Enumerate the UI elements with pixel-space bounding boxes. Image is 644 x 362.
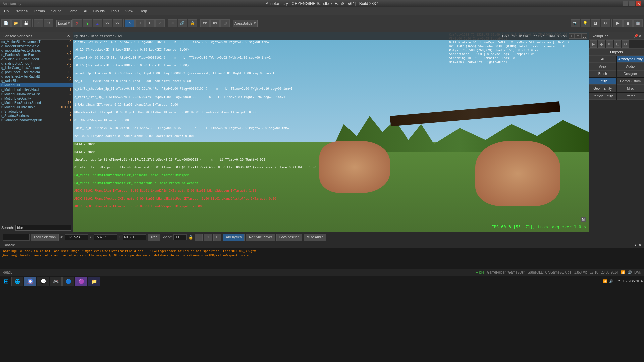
menu-clouds[interactable]: Clouds: [91, 8, 107, 14]
mute-audio-button[interactable]: Mute Audio: [304, 234, 326, 241]
obj-btn-ai[interactable]: AI: [589, 56, 616, 63]
cv-item[interactable]: g_radarBlur0: [0, 79, 73, 83]
toolbar-camera[interactable]: 📷: [571, 19, 580, 27]
taskbar-unknown3[interactable]: 📁: [88, 277, 100, 286]
cv-item[interactable]: g_postEffect.FilterRadialB0.5: [0, 74, 73, 79]
toolbar-open[interactable]: 📂: [11, 19, 21, 27]
lock-selection-button[interactable]: Lock Selection: [31, 234, 59, 241]
rollup-tab-settings[interactable]: ⚙: [622, 40, 629, 48]
toolbar-lock[interactable]: 🔒: [188, 19, 197, 27]
cv-item[interactable]: e_ParticlesMotionBlur0.2: [0, 53, 73, 57]
toolbar-redo[interactable]: ↪: [44, 19, 53, 27]
toolbar-light[interactable]: 💡: [581, 19, 590, 27]
ai-physics-button[interactable]: AI/Physics: [223, 234, 245, 241]
cv-item[interactable]: g_killerCam_drawAmount0: [0, 66, 73, 70]
menu-sound[interactable]: Sound: [48, 8, 64, 14]
toolbar-play[interactable]: ▶: [613, 19, 623, 27]
minimize-button[interactable]: ─: [623, 1, 628, 6]
toolbar-stop[interactable]: ⏹: [623, 19, 633, 27]
z-coord-input[interactable]: [123, 234, 146, 240]
rollup-tab-layers[interactable]: ⊞: [614, 40, 621, 48]
toolbar-save[interactable]: 💾: [21, 19, 31, 27]
no-sync-player-button[interactable]: No Sync Player: [246, 234, 275, 241]
toolbar-ai-move[interactable]: 🤖: [633, 19, 643, 27]
toolbar-rotate[interactable]: ↻: [145, 19, 155, 27]
cv-item[interactable]: d_motionBlurVectorScales3: [0, 48, 73, 53]
toolbar-select[interactable]: ↖: [125, 19, 135, 27]
obj-btn-misc[interactable]: Misc: [617, 85, 644, 92]
obj-btn-designer[interactable]: Designer: [617, 70, 644, 77]
toolbar-z-axis[interactable]: Z: [93, 19, 102, 27]
toolbar-db[interactable]: DB: [200, 19, 210, 27]
toolbar-terrain-edit[interactable]: ⊞: [220, 19, 230, 27]
toolbar-move[interactable]: ✛: [135, 19, 145, 27]
seg3-button[interactable]: 10: [213, 234, 221, 241]
cv-item[interactable]: r_ShadowBluriness3: [0, 114, 73, 118]
toolbar-xy-axis[interactable]: XY: [103, 19, 112, 27]
toolbar-link[interactable]: 🔗: [178, 19, 187, 27]
cv-item[interactable]: r_MotionBlurQuality: [0, 96, 73, 101]
cv-item[interactable]: r_MotionBlur0: [0, 83, 73, 87]
cv-item[interactable]: r_VarianceShadowMapBlur1: [0, 118, 73, 122]
xyz-button[interactable]: XYZ: [148, 234, 160, 241]
menu-game[interactable]: Game: [65, 8, 80, 14]
close-button[interactable]: ✕: [636, 1, 641, 6]
speed-input[interactable]: [173, 234, 187, 240]
toolbar-render[interactable]: 🖼: [591, 19, 600, 27]
obj-btn-gamecustom[interactable]: GameCustom: [617, 78, 644, 85]
taskbar-skype[interactable]: 💬: [37, 277, 49, 286]
obj-btn-brush[interactable]: Brush: [589, 70, 616, 77]
taskbar-chrome[interactable]: [24, 277, 36, 286]
seg2-button[interactable]: 1: [204, 234, 212, 241]
rollupbar-close-btn[interactable]: ✕: [639, 34, 641, 38]
taskbar-unknown1[interactable]: 🔵: [62, 277, 74, 286]
menu-ai[interactable]: AI: [81, 8, 90, 14]
menu-tools[interactable]: Tools: [108, 8, 122, 14]
toolbar-y-axis[interactable]: Y: [83, 19, 92, 27]
cv-item[interactable]: d_slidingBlurBlendSpeed0.4: [0, 57, 73, 61]
obj-btn-area[interactable]: Area: [589, 63, 616, 70]
cv-item[interactable]: r_MotionBlurShutterSpeed13: [0, 101, 73, 105]
cv-item[interactable]: r_MotionBlurBufferVelocit1: [0, 87, 73, 92]
taskbar-unknown2[interactable]: 🟣: [75, 277, 87, 286]
coord-system-dropdown[interactable]: Local ▾: [56, 20, 72, 27]
render-mode-dropdown[interactable]: AreaSolids ▾: [233, 20, 257, 27]
start-button[interactable]: ⊞: [1, 277, 11, 286]
cv-item[interactable]: d_motionBlurVectorScale1.5: [0, 44, 73, 48]
menu-terrain[interactable]: Terrain: [31, 8, 48, 14]
search-input[interactable]: [15, 225, 71, 231]
close-panel-button[interactable]: ✕: [67, 34, 70, 38]
toolbar-xy2-axis[interactable]: XY: [113, 19, 122, 27]
goto-position-button[interactable]: Goto position: [276, 234, 302, 241]
cv-item[interactable]: g_postEffect.FilterRadialA0.5: [0, 70, 73, 74]
cv-item[interactable]: r_MotionBlurThreshold0.0001: [0, 105, 73, 109]
obj-btn-geom-entity[interactable]: Geom Entity: [589, 85, 616, 92]
taskbar-steam[interactable]: 🎮: [50, 277, 62, 286]
console-scroll-up[interactable]: ▲: [634, 243, 637, 247]
y-coord-input[interactable]: [94, 234, 117, 240]
vp-info-btn[interactable]: i: [569, 33, 575, 39]
x-coord-input[interactable]: [65, 234, 88, 240]
menu-help[interactable]: Help: [137, 8, 150, 14]
rollup-tab-objects[interactable]: ▶: [590, 40, 597, 48]
rollupbar-pin-btn[interactable]: 📌: [634, 34, 638, 38]
obj-btn-entity[interactable]: Entity: [589, 78, 616, 85]
seg1-button[interactable]: 1: [195, 234, 203, 241]
toolbar-scale[interactable]: ⤢: [155, 19, 165, 27]
vp-maximize-btn[interactable]: ⛶: [581, 33, 587, 39]
toolbar-settings[interactable]: ⚙: [601, 19, 610, 27]
toolbar-x-axis[interactable]: X: [72, 19, 82, 27]
maximize-button[interactable]: □: [629, 1, 635, 6]
menu-prefabs[interactable]: Prefabs: [12, 8, 30, 14]
toolbar-new[interactable]: 📄: [1, 19, 11, 27]
console-close-btn[interactable]: ✕: [639, 243, 641, 247]
taskbar-edge[interactable]: 🌐: [11, 277, 23, 286]
cv-item[interactable]: d_slidingBlurAmount0.8: [0, 61, 73, 66]
obj-btn-archetype-entity[interactable]: Archetype Entity: [617, 56, 644, 63]
menu-view[interactable]: View: [123, 8, 136, 14]
obj-btn-audio[interactable]: Audio: [617, 63, 644, 70]
obj-btn-particle-entity[interactable]: Particle Entity: [589, 93, 616, 100]
rollup-tab-brushes[interactable]: ✏: [606, 40, 613, 48]
toolbar-undo[interactable]: ↩: [34, 19, 43, 27]
vp-toggle-btn[interactable]: □: [575, 33, 581, 39]
